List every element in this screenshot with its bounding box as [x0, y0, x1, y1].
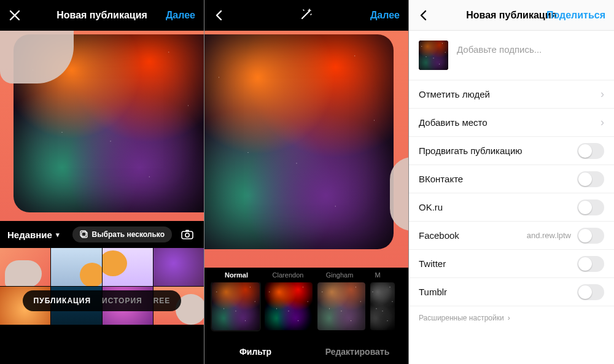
- toggle-promote[interactable]: [577, 143, 604, 159]
- toggle-twitter[interactable]: [577, 256, 604, 272]
- row-label: Facebook: [419, 230, 459, 241]
- advanced-settings-label: Расширенные настройки: [419, 314, 504, 322]
- filter-label: M: [365, 271, 390, 279]
- filter-label: Normal: [211, 271, 262, 279]
- tab-edit[interactable]: Редактировать: [306, 347, 408, 357]
- filter-thumb-gingham[interactable]: [317, 282, 365, 330]
- row-tumblr: Tumblr: [409, 278, 614, 306]
- multi-select-label: Выбрать несколько: [92, 230, 165, 239]
- svg-point-3: [185, 233, 189, 237]
- row-vk: ВКонтакте: [409, 165, 614, 193]
- back-icon[interactable]: [213, 9, 225, 21]
- album-dropdown-label: Недавние: [7, 230, 52, 240]
- mode-reels[interactable]: REE: [154, 296, 171, 305]
- row-label: Twitter: [419, 258, 446, 269]
- tab-filter[interactable]: Фильтр: [204, 347, 306, 357]
- camera-icon: [181, 228, 194, 241]
- post-thumbnail[interactable]: [419, 41, 448, 70]
- photo-thumb[interactable]: [103, 248, 153, 286]
- close-icon[interactable]: [9, 9, 21, 21]
- toggle-tumblr[interactable]: [577, 284, 604, 300]
- stack-icon: [80, 230, 88, 239]
- album-dropdown[interactable]: Недавние ▾: [7, 230, 60, 240]
- multi-select-button[interactable]: Выбрать несколько: [72, 227, 172, 242]
- row-label: Tumblr: [419, 287, 447, 297]
- photo-preview[interactable]: [204, 31, 408, 268]
- next-button[interactable]: Далее: [166, 10, 195, 21]
- toggle-vk[interactable]: [577, 171, 604, 187]
- photo-grid: ПУБЛИКАЦИЯ ИСТОРИЯ REE: [0, 248, 204, 325]
- row-label: Добавить место: [419, 117, 488, 128]
- row-label: OK.ru: [419, 202, 443, 212]
- filter-label: Clarendon: [262, 271, 314, 279]
- filter-thumb-normal[interactable]: [212, 282, 260, 330]
- row-label: ВКонтакте: [419, 174, 463, 184]
- toggle-okru[interactable]: [577, 199, 604, 215]
- svg-rect-4: [185, 230, 189, 232]
- share-button[interactable]: Поделиться: [546, 10, 605, 21]
- row-facebook: Facebook and.rew.lptw: [409, 222, 614, 250]
- row-twitter: Twitter: [409, 250, 614, 278]
- caption-input[interactable]: Добавьте подпись...: [457, 41, 542, 70]
- screen-share: Новая публикация Поделиться Добавьте под…: [409, 0, 614, 364]
- screen-new-post-gallery: Новая публикация Далее Недавние ▾ Выбрат…: [0, 0, 204, 364]
- row-okru: OK.ru: [409, 193, 614, 222]
- row-promote: Продвигать публикацию: [409, 137, 614, 165]
- svg-rect-2: [182, 231, 193, 239]
- filter-thumb-partial[interactable]: [370, 282, 395, 330]
- photo-thumb[interactable]: [154, 248, 204, 286]
- facebook-account: and.rew.lptw: [527, 231, 571, 240]
- filter-label: Gingham: [314, 271, 365, 279]
- photo-thumb[interactable]: [0, 248, 50, 286]
- chevron-right-icon: ›: [600, 116, 604, 129]
- row-label: Продвигать публикацию: [419, 145, 523, 156]
- chevron-right-icon: ›: [600, 88, 604, 101]
- mode-story[interactable]: ИСТОРИЯ: [102, 296, 142, 305]
- chevron-down-icon: ▾: [56, 231, 60, 239]
- chevron-right-icon: ›: [508, 314, 510, 322]
- next-button[interactable]: Далее: [370, 10, 400, 21]
- advanced-settings[interactable]: Расширенные настройки ›: [409, 306, 614, 330]
- filter-thumb-clarendon[interactable]: [265, 282, 313, 330]
- row-tag-people[interactable]: Отметить людей ›: [409, 80, 614, 109]
- selected-photo-preview[interactable]: [0, 31, 204, 221]
- magic-wand-icon[interactable]: [300, 7, 313, 21]
- filter-strip[interactable]: [204, 282, 408, 336]
- screen-filter-edit: Далее Normal Clarendon Gingham M Фильтр: [204, 0, 409, 364]
- mode-post[interactable]: ПУБЛИКАЦИЯ: [34, 296, 91, 305]
- photo-thumb[interactable]: [51, 248, 101, 286]
- mode-switch: ПУБЛИКАЦИЯ ИСТОРИЯ REE: [0, 290, 204, 311]
- back-icon[interactable]: [418, 9, 430, 21]
- toggle-facebook[interactable]: [577, 228, 604, 244]
- row-add-place[interactable]: Добавить место ›: [409, 109, 614, 137]
- row-label: Отметить людей: [419, 89, 490, 99]
- camera-button[interactable]: [178, 225, 196, 244]
